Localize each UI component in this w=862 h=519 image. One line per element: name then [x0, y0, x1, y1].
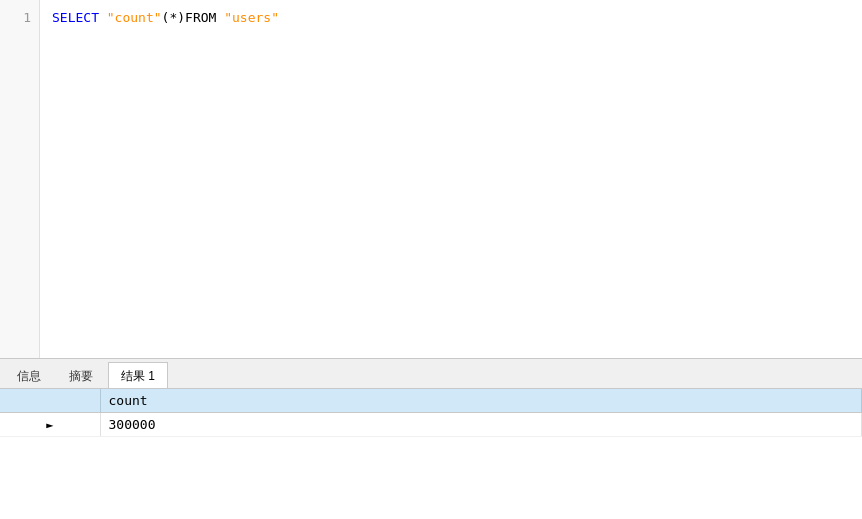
line-numbers: 1: [0, 0, 40, 358]
tab-summary[interactable]: 摘要: [56, 362, 106, 388]
sql-content[interactable]: SELECT "count"(*)FROM "users": [40, 0, 862, 358]
tab-info[interactable]: 信息: [4, 362, 54, 388]
main-container: 1 SELECT "count"(*)FROM "users" 信息 摘要 结果…: [0, 0, 862, 519]
keyword-select: SELECT: [52, 10, 107, 25]
editor-area[interactable]: 1 SELECT "count"(*)FROM "users": [0, 0, 862, 359]
string-users: "users": [224, 10, 279, 25]
results-table: count ► 300000: [0, 389, 862, 437]
tabs-bar: 信息 摘要 结果 1: [0, 359, 862, 389]
column-header-count: count: [100, 389, 862, 413]
cell-count-value: 300000: [100, 413, 862, 437]
table-row: ► 300000: [0, 413, 862, 437]
results-area: count ► 300000: [0, 389, 862, 519]
tab-result1[interactable]: 结果 1: [108, 362, 168, 388]
row-arrow-icon: ►: [46, 418, 53, 432]
sql-line-1: SELECT "count"(*)FROM "users": [52, 8, 850, 28]
table-header-row: count: [0, 389, 862, 413]
row-indicator-header: [0, 389, 100, 413]
func-from: (*)FROM: [162, 10, 225, 25]
string-count: "count": [107, 10, 162, 25]
line-number-1: 1: [23, 8, 31, 28]
row-arrow-cell: ►: [0, 413, 100, 437]
